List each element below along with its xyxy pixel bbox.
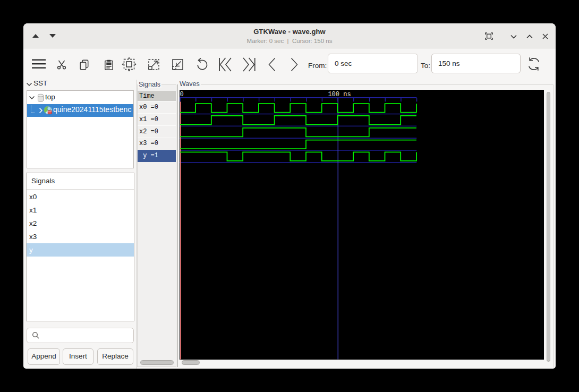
svg-text:100 ns: 100 ns	[328, 90, 351, 98]
svg-text:0: 0	[180, 90, 183, 98]
